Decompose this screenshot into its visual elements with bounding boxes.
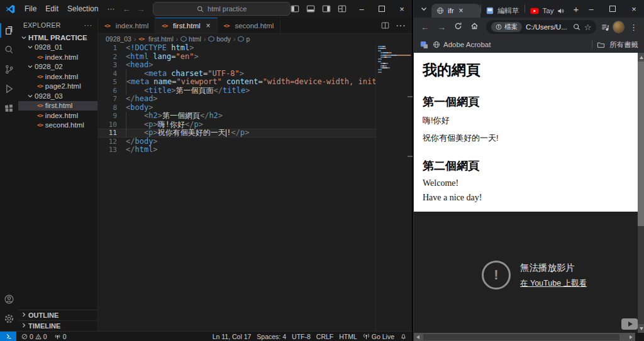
breadcrumb-symbol-body[interactable]: body: [216, 35, 231, 43]
scroll-left-icon[interactable]: [416, 335, 419, 339]
explorer-folder-0928_03[interactable]: 0928_03: [18, 91, 97, 101]
close-tab-icon[interactable]: ×: [459, 6, 464, 15]
home-icon[interactable]: [468, 22, 482, 32]
site-info-chip[interactable]: 檔案: [491, 22, 522, 32]
customize-layout-icon[interactable]: [338, 4, 347, 13]
menu-selection[interactable]: Selection: [63, 4, 103, 13]
activitybar-extensions[interactable]: [0, 99, 18, 118]
history-back-icon[interactable]: ←: [122, 4, 130, 14]
browser-close-button[interactable]: ×: [623, 0, 644, 18]
code-editor[interactable]: 1<!DOCTYPE html>2<html lang="en">3<head>…: [98, 44, 412, 331]
activitybar-explorer[interactable]: [0, 21, 18, 40]
youtube-play-button[interactable]: [621, 318, 638, 330]
horizontal-scroll-thumb[interactable]: [423, 334, 619, 340]
editor-tab-first.html[interactable]: <>first.html×: [155, 18, 217, 33]
explorer-folder-0928_02[interactable]: 0928_02: [18, 62, 97, 72]
horizontal-scrollbar[interactable]: [414, 333, 635, 341]
minimize-button[interactable]: –: [352, 0, 372, 18]
editor-tab-second.html[interactable]: <>second.html: [218, 18, 281, 33]
breadcrumb-symbol-p[interactable]: p: [246, 35, 250, 43]
browser-back-icon[interactable]: ←: [418, 22, 432, 32]
apps-shortcut-icon[interactable]: [420, 41, 428, 49]
breadcrumb-folder[interactable]: 0928_03: [106, 35, 131, 43]
browser-minimize-button[interactable]: –: [580, 0, 602, 18]
account-button[interactable]: [0, 290, 18, 309]
errors-indicator[interactable]: 0: [21, 333, 33, 340]
zoom-icon[interactable]: [573, 23, 580, 31]
close-tab-icon[interactable]: ×: [206, 21, 211, 30]
explorer-folder-0928_01[interactable]: 0928_01: [18, 43, 97, 53]
reload-icon[interactable]: [451, 22, 465, 32]
editor-group: <>index.html<>first.html×<>second.html··…: [98, 18, 412, 331]
toggle-secondary-sidebar-icon[interactable]: [322, 4, 331, 13]
toggle-panel-icon[interactable]: [306, 4, 315, 13]
browser-tab-Tay[interactable]: Tay: [525, 4, 570, 18]
explorer-file-first.html[interactable]: <>first.html: [18, 101, 97, 111]
menu-file[interactable]: File: [20, 4, 41, 13]
vertical-scrollbar[interactable]: [638, 53, 644, 333]
breadcrumb-symbol-html[interactable]: html: [189, 35, 201, 43]
cursor-position[interactable]: Ln 11, Col 17: [213, 333, 252, 340]
code-line-13: 13</html>: [98, 146, 412, 154]
scroll-up-icon[interactable]: [638, 53, 644, 62]
activitybar-search[interactable]: [0, 40, 18, 60]
language-mode[interactable]: HTML: [339, 333, 357, 340]
history-forward-icon[interactable]: →: [136, 4, 145, 14]
command-search-box[interactable]: html practice: [153, 2, 291, 16]
activitybar-source-control[interactable]: [0, 60, 18, 79]
explorer-file-index.html[interactable]: <>index.html: [18, 52, 97, 62]
warnings-indicator[interactable]: 0: [35, 333, 47, 340]
panel-timeline[interactable]: TIMELINE: [18, 320, 97, 331]
explorer-file-page2.html[interactable]: <>page2.html: [18, 82, 97, 92]
bookmark-star-icon[interactable]: ☆: [584, 23, 592, 32]
profile-avatar[interactable]: [613, 21, 625, 33]
browser-forward-icon[interactable]: →: [435, 22, 448, 32]
breadcrumb-file[interactable]: first.html: [148, 35, 174, 43]
explorer-file-index.html[interactable]: <>index.html: [18, 111, 97, 121]
explorer-file-index.html[interactable]: <>index.html: [18, 72, 97, 82]
indentation[interactable]: Spaces: 4: [257, 333, 286, 340]
remote-indicator[interactable]: [0, 332, 16, 341]
maximize-button[interactable]: [372, 0, 392, 18]
editor-more-actions-icon[interactable]: ···: [396, 20, 406, 31]
browser-tab-ifr[interactable]: ifr×: [431, 4, 480, 18]
encoding[interactable]: UTF-8: [292, 333, 311, 340]
menu-edit[interactable]: Edit: [41, 4, 63, 13]
url-text[interactable]: C:/Users/U...: [526, 23, 569, 31]
activitybar-run-debug[interactable]: [0, 79, 18, 99]
minimap[interactable]: [375, 44, 412, 331]
menu-more[interactable]: ···: [103, 4, 119, 13]
breadcrumb-separator: ›: [233, 36, 235, 43]
scroll-down-icon[interactable]: [638, 324, 644, 333]
scroll-right-icon[interactable]: [630, 335, 633, 339]
browser-maximize-button[interactable]: [602, 0, 623, 18]
close-button[interactable]: ×: [392, 0, 412, 18]
go-live-button[interactable]: Go Live: [363, 333, 394, 340]
panel-outline[interactable]: OUTLINE: [18, 310, 97, 320]
vertical-scroll-thumb[interactable]: [638, 62, 644, 226]
html-file-icon: <>: [138, 36, 144, 42]
toggle-sidebar-icon[interactable]: [291, 4, 299, 13]
explorer-file-second.html[interactable]: <>second.html: [18, 121, 97, 131]
explorer-root-folder[interactable]: HTML PRACTICE: [18, 33, 97, 43]
watch-on-youtube-link[interactable]: 在 YouTube 上觀看: [520, 278, 587, 289]
media-controls-icon[interactable]: [601, 23, 610, 32]
browser-tab-編輯草[interactable]: 編輯草: [481, 4, 525, 18]
breadcrumb[interactable]: 0928_03 › <>first.html › html › body › p: [98, 34, 412, 44]
screen: File Edit Selection ··· ← → html practic…: [0, 0, 644, 341]
settings-button[interactable]: [0, 309, 18, 328]
new-tab-button[interactable]: +: [573, 4, 579, 14]
browser-menu-icon[interactable]: ⋮: [627, 23, 640, 32]
explorer-actions-icon[interactable]: ···: [84, 21, 93, 29]
bookmarks-bar: Adobe Acrobat 所有書籤: [414, 36, 644, 53]
ports-indicator[interactable]: 0: [54, 333, 67, 340]
paragraph: 祝你有個美好的一天!: [423, 133, 499, 144]
notifications-bell-icon[interactable]: [400, 333, 407, 340]
all-bookmarks-button[interactable]: 所有書籤: [609, 40, 638, 50]
address-bar[interactable]: 檔案 C:/Users/U... ☆: [486, 20, 596, 34]
split-editor-icon[interactable]: [381, 21, 389, 30]
bookmark-adobe-acrobat[interactable]: Adobe Acrobat: [433, 41, 491, 48]
tab-search-chevron-icon[interactable]: [420, 5, 428, 13]
eol-sequence[interactable]: CRLF: [316, 333, 333, 340]
editor-tab-index.html[interactable]: <>index.html: [98, 18, 155, 33]
